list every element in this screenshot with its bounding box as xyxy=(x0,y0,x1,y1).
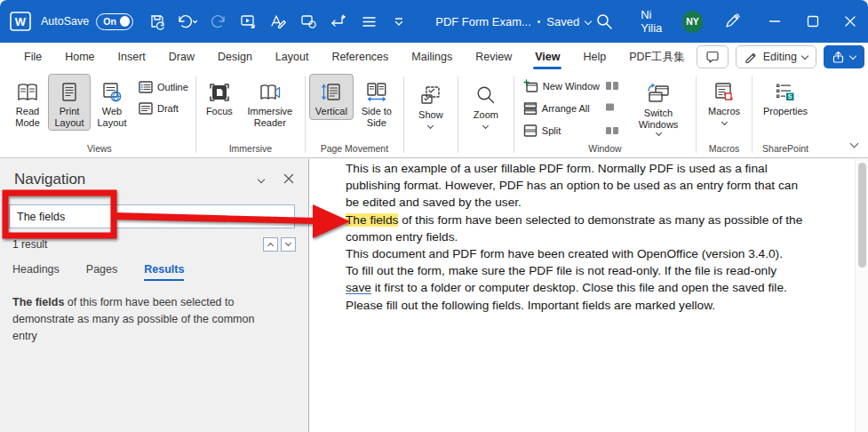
ribbon-view-tab-content: Read Mode Print Layout Web Layout Outlin… xyxy=(0,71,868,158)
macros-label: Macros xyxy=(708,106,740,117)
web-layout-icon xyxy=(100,79,123,106)
tab-review[interactable]: Review xyxy=(464,43,523,71)
zoom-label: Zoom xyxy=(474,109,498,121)
word-window: W AutoSave On xyxy=(0,0,868,432)
pen-sparkle-icon[interactable] xyxy=(719,8,745,35)
vertical-scrollbar[interactable] xyxy=(855,159,868,432)
editing-mode-button[interactable]: Editing xyxy=(736,45,816,68)
document-title-cluster[interactable]: PDF Form Exam... • Saved xyxy=(435,15,591,28)
read-mode-label: Read Mode xyxy=(10,106,45,128)
chevron-down-icon xyxy=(656,130,662,136)
show-label: Show xyxy=(418,109,443,121)
group-label-empty xyxy=(462,153,510,157)
tab-headings[interactable]: Headings xyxy=(12,263,60,281)
autosave-toggle[interactable]: On xyxy=(96,13,133,30)
tab-references[interactable]: References xyxy=(320,43,400,71)
editor-icon[interactable] xyxy=(265,8,291,35)
search-result-item[interactable]: The fields of this form have been select… xyxy=(12,294,279,345)
save-icon[interactable] xyxy=(144,8,171,35)
group-zoom: Zoom xyxy=(462,74,510,157)
macros-icon xyxy=(713,79,736,106)
avatar[interactable]: NY xyxy=(682,11,703,33)
side-to-side-button[interactable]: Side to Side xyxy=(354,74,400,131)
search-icon[interactable] xyxy=(591,8,617,35)
tab-design[interactable]: Design xyxy=(206,43,264,71)
navigation-close-icon[interactable] xyxy=(283,173,294,186)
read-mode-button[interactable]: Read Mode xyxy=(7,74,48,131)
macros-button[interactable]: Macros xyxy=(700,74,748,127)
collapse-ribbon-icon[interactable] xyxy=(851,134,857,150)
navigation-pane-options-icon[interactable] xyxy=(258,176,265,183)
vertical-label: Vertical xyxy=(315,106,347,117)
document-canvas[interactable]: This is an example of a user fillable PD… xyxy=(309,159,855,432)
zoom-dropdown-button[interactable]: Zoom xyxy=(462,77,510,131)
pencil-icon xyxy=(745,51,758,64)
save-underlined-text: save xyxy=(346,281,371,294)
tab-pdf-tools[interactable]: PDF工具集 xyxy=(617,43,697,71)
navigation-title: Navigation xyxy=(14,171,85,188)
read-aloud-icon[interactable] xyxy=(235,8,261,35)
new-window-label: New Window xyxy=(543,81,600,92)
group-sharepoint: S Properties SharePoint xyxy=(756,74,815,157)
wrap-text-icon[interactable] xyxy=(325,8,352,35)
draft-button[interactable]: Draft xyxy=(139,101,188,116)
comments-button[interactable] xyxy=(697,45,729,68)
print-layout-label: Print Layout xyxy=(51,106,88,128)
search-input[interactable] xyxy=(17,211,269,223)
previous-result-button[interactable] xyxy=(263,237,278,252)
show-icon xyxy=(419,83,442,109)
share-button[interactable] xyxy=(824,45,864,68)
outline-button[interactable]: Outline xyxy=(139,80,188,94)
redo-button[interactable] xyxy=(204,8,231,35)
group-show: Show xyxy=(408,74,454,157)
tab-view[interactable]: View xyxy=(523,43,571,71)
tab-results[interactable]: Results xyxy=(144,263,184,281)
arrange-all-button[interactable]: Arrange All xyxy=(523,101,600,116)
tab-pages[interactable]: Pages xyxy=(86,263,117,281)
tab-insert[interactable]: Insert xyxy=(107,43,157,71)
properties-button[interactable]: S Properties xyxy=(756,74,815,120)
minimize-button[interactable] xyxy=(756,0,793,43)
chevron-down-icon xyxy=(721,118,728,124)
show-dropdown-button[interactable]: Show xyxy=(408,77,454,131)
tab-layout[interactable]: Layout xyxy=(264,43,321,71)
synchronous-scrolling-icon[interactable] xyxy=(605,102,619,118)
split-button[interactable]: Split xyxy=(523,124,600,138)
zoom-icon xyxy=(474,83,498,109)
new-window-button[interactable]: New Window xyxy=(523,79,600,93)
scrollbar-thumb[interactable] xyxy=(858,163,866,268)
navigation-search-box[interactable] xyxy=(9,204,295,228)
next-result-button[interactable] xyxy=(281,237,296,252)
tab-draw[interactable]: Draw xyxy=(157,43,206,71)
reset-window-position-icon[interactable] xyxy=(605,124,619,140)
group-separator xyxy=(305,76,306,153)
vertical-button[interactable]: Vertical xyxy=(309,74,354,120)
tab-file[interactable]: File xyxy=(12,43,53,71)
navigation-header: Navigation xyxy=(0,159,308,188)
tab-help[interactable]: Help xyxy=(571,43,617,71)
web-layout-button[interactable]: Web Layout xyxy=(91,74,133,131)
editing-label: Editing xyxy=(763,51,797,63)
focus-button[interactable]: Focus xyxy=(200,74,239,120)
toggle-knob-icon xyxy=(120,16,130,27)
autosave-label: AutoSave xyxy=(41,15,89,28)
customize-qat-icon[interactable] xyxy=(386,8,412,35)
user-name[interactable]: Ni Yilia xyxy=(641,8,673,35)
print-layout-button[interactable]: Print Layout xyxy=(48,74,91,131)
switch-windows-button[interactable]: Switch Windows xyxy=(625,76,692,138)
undo-button[interactable] xyxy=(174,8,201,35)
select-objects-icon[interactable] xyxy=(295,8,322,35)
title-separator: • xyxy=(538,17,541,27)
search-options-chevron-icon[interactable] xyxy=(268,212,275,220)
close-button[interactable] xyxy=(832,0,868,43)
tab-home[interactable]: Home xyxy=(53,43,106,71)
word-app-icon[interactable]: W xyxy=(9,10,32,33)
navigation-tabs: Headings Pages Results xyxy=(12,263,184,281)
line-spacing-icon[interactable] xyxy=(355,8,382,35)
view-side-by-side-icon[interactable] xyxy=(605,80,619,96)
tab-mailings[interactable]: Mailings xyxy=(400,43,464,71)
group-separator xyxy=(458,76,458,153)
immersive-reader-button[interactable]: Immersive Reader xyxy=(239,74,301,131)
maximize-button[interactable] xyxy=(793,0,831,43)
properties-icon: S xyxy=(774,79,797,106)
